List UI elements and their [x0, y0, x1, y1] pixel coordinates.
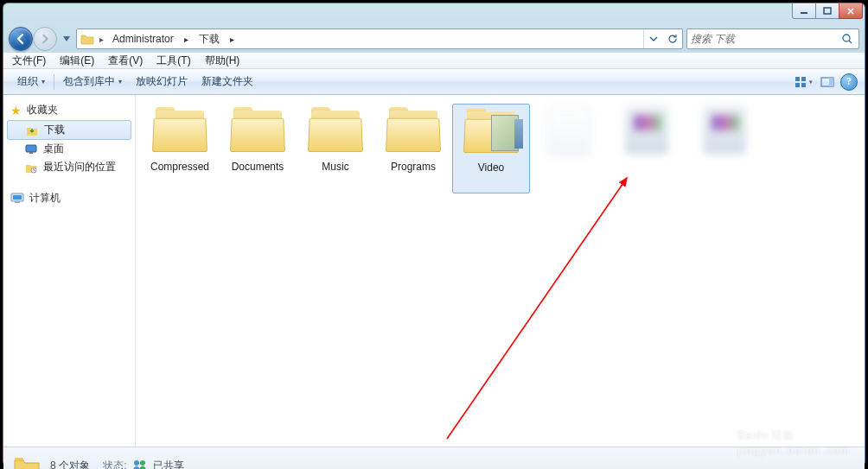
item-label: Video: [478, 162, 504, 174]
item-6[interactable]: [608, 104, 686, 193]
menu-edit[interactable]: 编辑(E): [54, 54, 99, 68]
menu-help[interactable]: 帮助(H): [200, 54, 246, 68]
view-options-button[interactable]: ▾: [792, 73, 814, 92]
svg-rect-3: [795, 77, 800, 81]
sidebar-item-downloads[interactable]: 下载: [7, 120, 131, 140]
svg-rect-4: [801, 77, 806, 81]
sidebar-item-desktop[interactable]: 桌面: [3, 140, 135, 158]
item-label: Compressed: [150, 161, 209, 173]
close-button[interactable]: [839, 3, 863, 19]
navigation-pane: ★ 收藏夹 下载 桌面 最近访问的位置: [3, 95, 136, 447]
archive-icon: [626, 107, 667, 154]
item-7[interactable]: [686, 104, 763, 193]
svg-rect-8: [829, 78, 833, 86]
shared-icon: [132, 459, 148, 469]
breadcrumb-seg-0[interactable]: Administrator: [107, 33, 179, 45]
explorer-window: ▸ Administrator▸ 下载▸ 文件(F) 编辑(E) 查看(V) 工…: [3, 3, 865, 466]
items-view[interactable]: CompressedDocumentsMusicProgramsVideo: [136, 95, 865, 447]
maximize-button[interactable]: [815, 3, 839, 19]
tool-include-in-library[interactable]: 包含到库中▾: [56, 69, 129, 94]
svg-rect-14: [15, 201, 20, 203]
title-bar: [3, 3, 865, 26]
preview-pane-button[interactable]: [816, 73, 839, 92]
svg-point-2: [843, 35, 850, 41]
tool-organize[interactable]: 组织▾: [10, 69, 52, 94]
chevron-right-icon[interactable]: ▸: [96, 35, 107, 44]
item-compressed[interactable]: Compressed: [141, 104, 219, 193]
breadcrumb[interactable]: ▸ Administrator▸ 下载▸: [76, 29, 683, 49]
star-icon: ★: [10, 104, 22, 117]
computer-header[interactable]: 计算机: [3, 188, 135, 208]
svg-rect-5: [795, 83, 800, 87]
tool-slideshow[interactable]: 放映幻灯片: [129, 69, 195, 94]
separator: [54, 74, 54, 90]
refresh-button[interactable]: [663, 29, 682, 48]
svg-rect-10: [29, 152, 33, 154]
svg-line-15: [447, 178, 627, 439]
nav-history-dropdown[interactable]: [61, 30, 73, 48]
folder-icon: [230, 107, 285, 155]
computer-icon: [10, 192, 24, 206]
folder-icon: [308, 107, 363, 155]
back-button[interactable]: [9, 27, 33, 51]
item-video[interactable]: Video: [452, 104, 530, 193]
folder-icon: [386, 107, 441, 155]
menu-file[interactable]: 文件(F): [7, 54, 51, 68]
menu-tools[interactable]: 工具(T): [151, 54, 195, 68]
breadcrumb-seg-1[interactable]: 下载: [194, 32, 225, 47]
item-5[interactable]: [530, 104, 608, 193]
status-count: 8 个对象: [50, 459, 90, 469]
menu-bar: 文件(F) 编辑(E) 查看(V) 工具(T) 帮助(H): [3, 52, 865, 69]
body-pane: ★ 收藏夹 下载 桌面 最近访问的位置: [3, 95, 865, 447]
status-bar: 8 个对象 状态: 已共享: [3, 447, 865, 469]
svg-rect-9: [26, 145, 36, 152]
item-music[interactable]: Music: [297, 104, 374, 193]
search-box[interactable]: [686, 29, 859, 49]
status-folder-icon: [12, 452, 41, 470]
downloads-icon: [25, 124, 39, 137]
svg-rect-0: [801, 12, 807, 14]
folder-icon: [79, 30, 96, 48]
archive-icon: [704, 107, 745, 154]
forward-button[interactable]: [33, 27, 57, 51]
recent-places-icon: [24, 161, 38, 174]
desktop-icon: [24, 143, 38, 156]
command-bar: 组织▾ 包含到库中▾ 放映幻灯片 新建文件夹 ▾ ?: [3, 69, 865, 95]
chevron-right-icon[interactable]: ▸: [179, 35, 194, 44]
status-state: 已共享: [153, 459, 184, 469]
chevron-right-icon[interactable]: ▸: [225, 35, 239, 44]
item-label: Music: [322, 161, 348, 173]
item-label: Programs: [391, 161, 436, 173]
svg-rect-1: [824, 8, 831, 14]
item-label: Documents: [232, 161, 284, 173]
minimize-button[interactable]: [792, 3, 816, 19]
nav-bar: ▸ Administrator▸ 下载▸: [3, 26, 865, 52]
file-icon: [548, 107, 590, 155]
annotation-arrow: [430, 171, 646, 447]
menu-view[interactable]: 查看(V): [103, 54, 148, 68]
search-input[interactable]: [691, 33, 839, 45]
search-icon[interactable]: [839, 33, 855, 45]
item-programs[interactable]: Programs: [374, 104, 452, 193]
svg-point-17: [140, 460, 145, 466]
sidebar-item-recent[interactable]: 最近访问的位置: [3, 158, 135, 176]
help-button[interactable]: ?: [840, 73, 858, 91]
tool-new-folder[interactable]: 新建文件夹: [195, 69, 260, 94]
favorites-header[interactable]: ★ 收藏夹: [3, 100, 135, 120]
folder-icon: [463, 108, 519, 156]
svg-rect-13: [13, 195, 22, 200]
breadcrumb-dropdown[interactable]: [644, 29, 663, 48]
folder-icon: [152, 107, 207, 155]
svg-rect-6: [801, 83, 806, 87]
status-text: 8 个对象 状态: 已共享: [50, 459, 184, 469]
item-documents[interactable]: Documents: [219, 104, 297, 193]
svg-point-16: [134, 460, 139, 466]
